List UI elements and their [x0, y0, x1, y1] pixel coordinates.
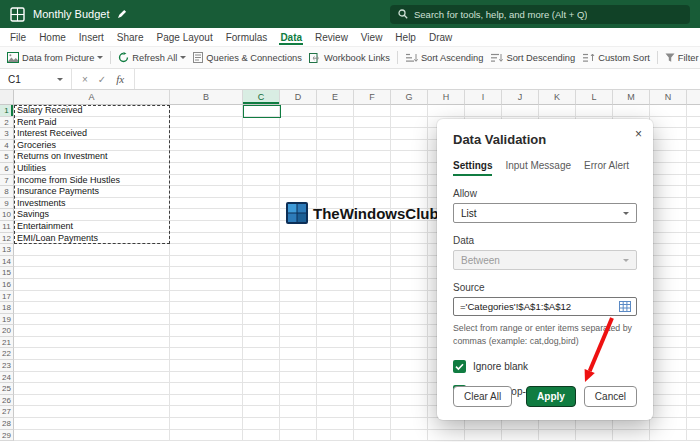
cell-D16[interactable] — [280, 279, 317, 291]
cell-O1[interactable] — [687, 105, 700, 117]
cell-C4[interactable] — [243, 140, 280, 152]
row-header-26[interactable]: 26 — [0, 395, 14, 407]
row-header-21[interactable]: 21 — [0, 337, 14, 349]
cell-O16[interactable] — [687, 279, 700, 291]
cell-E4[interactable] — [317, 140, 354, 152]
cell-E16[interactable] — [317, 279, 354, 291]
cell-C26[interactable] — [243, 395, 280, 407]
cell-F25[interactable] — [354, 383, 391, 395]
cell-B16[interactable] — [170, 279, 243, 291]
cell-O25[interactable] — [687, 383, 700, 395]
cell-E26[interactable] — [317, 395, 354, 407]
custom-sort-button[interactable]: Custom Sort — [582, 53, 650, 63]
row-header-5[interactable]: 5 — [0, 151, 14, 163]
row-header-17[interactable]: 17 — [0, 291, 14, 303]
insert-function-icon[interactable]: fx — [116, 73, 124, 85]
cell-A4[interactable]: Groceries — [14, 140, 170, 152]
cell-G3[interactable] — [391, 128, 428, 140]
cell-C27[interactable] — [243, 406, 280, 418]
cell-F19[interactable] — [354, 314, 391, 326]
cell-D6[interactable] — [280, 163, 317, 175]
cell-B13[interactable] — [170, 244, 243, 256]
menu-file[interactable]: File — [9, 29, 27, 45]
cell-A11[interactable]: Entertainment — [14, 221, 170, 233]
row-header-23[interactable]: 23 — [0, 360, 14, 372]
cell-D26[interactable] — [280, 395, 317, 407]
cell-O6[interactable] — [687, 163, 700, 175]
cell-G13[interactable] — [391, 244, 428, 256]
cell-O27[interactable] — [687, 406, 700, 418]
row-header-1[interactable]: 1 — [0, 105, 14, 117]
cell-D20[interactable] — [280, 325, 317, 337]
cell-B9[interactable] — [170, 198, 243, 210]
cell-G14[interactable] — [391, 256, 428, 268]
apply-button[interactable]: Apply — [526, 386, 576, 407]
cell-G26[interactable] — [391, 395, 428, 407]
cell-F14[interactable] — [354, 256, 391, 268]
menu-draw[interactable]: Draw — [428, 29, 453, 45]
col-header-L[interactable]: L — [576, 90, 613, 105]
cell-C23[interactable] — [243, 360, 280, 372]
cell-O3[interactable] — [687, 128, 700, 140]
cell-B19[interactable] — [170, 314, 243, 326]
cell-C14[interactable] — [243, 256, 280, 268]
cell-F27[interactable] — [354, 406, 391, 418]
cell-A10[interactable]: Savings — [14, 209, 170, 221]
cell-N21[interactable] — [650, 337, 687, 349]
cell-F29[interactable] — [354, 430, 391, 442]
cell-D28[interactable] — [280, 418, 317, 430]
data-from-picture-button[interactable]: Data from Picture — [7, 52, 103, 63]
row-header-4[interactable]: 4 — [0, 140, 14, 152]
row-header-8[interactable]: 8 — [0, 186, 14, 198]
cell-F8[interactable] — [354, 186, 391, 198]
cell-G21[interactable] — [391, 337, 428, 349]
cell-A6[interactable]: Utilities — [14, 163, 170, 175]
cell-N19[interactable] — [650, 314, 687, 326]
cell-G20[interactable] — [391, 325, 428, 337]
cell-C29[interactable] — [243, 430, 280, 442]
cell-G27[interactable] — [391, 406, 428, 418]
cell-O13[interactable] — [687, 244, 700, 256]
cell-E27[interactable] — [317, 406, 354, 418]
cell-E14[interactable] — [317, 256, 354, 268]
cell-N4[interactable] — [650, 140, 687, 152]
cell-D18[interactable] — [280, 302, 317, 314]
cell-O11[interactable] — [687, 221, 700, 233]
cell-D2[interactable] — [280, 117, 317, 129]
cell-E22[interactable] — [317, 348, 354, 360]
cell-C16[interactable] — [243, 279, 280, 291]
menu-view[interactable]: View — [360, 29, 384, 45]
cell-O19[interactable] — [687, 314, 700, 326]
cell-E25[interactable] — [317, 383, 354, 395]
cell-B29[interactable] — [170, 430, 243, 442]
cell-D12[interactable] — [280, 233, 317, 245]
cell-B14[interactable] — [170, 256, 243, 268]
cell-E18[interactable] — [317, 302, 354, 314]
queries-connections-button[interactable]: Queries & Connections — [193, 52, 302, 63]
cell-E3[interactable] — [317, 128, 354, 140]
col-header-B[interactable]: B — [170, 90, 243, 105]
cell-A18[interactable] — [14, 302, 170, 314]
cell-O21[interactable] — [687, 337, 700, 349]
cell-G28[interactable] — [391, 418, 428, 430]
row-header-27[interactable]: 27 — [0, 406, 14, 418]
cell-C7[interactable] — [243, 175, 280, 187]
menu-review[interactable]: Review — [314, 29, 349, 45]
row-header-24[interactable]: 24 — [0, 372, 14, 384]
cell-C22[interactable] — [243, 348, 280, 360]
cell-D25[interactable] — [280, 383, 317, 395]
col-header-O[interactable]: O — [687, 90, 700, 105]
cell-D27[interactable] — [280, 406, 317, 418]
cell-A25[interactable] — [14, 383, 170, 395]
cell-E19[interactable] — [317, 314, 354, 326]
cell-C9[interactable] — [243, 198, 280, 210]
cell-F17[interactable] — [354, 291, 391, 303]
cell-N8[interactable] — [650, 186, 687, 198]
row-header-15[interactable]: 15 — [0, 267, 14, 279]
cell-I29[interactable] — [465, 430, 502, 442]
cell-D15[interactable] — [280, 267, 317, 279]
cell-O29[interactable] — [687, 430, 700, 442]
cell-N29[interactable] — [650, 430, 687, 442]
cell-A24[interactable] — [14, 372, 170, 384]
cell-D17[interactable] — [280, 291, 317, 303]
